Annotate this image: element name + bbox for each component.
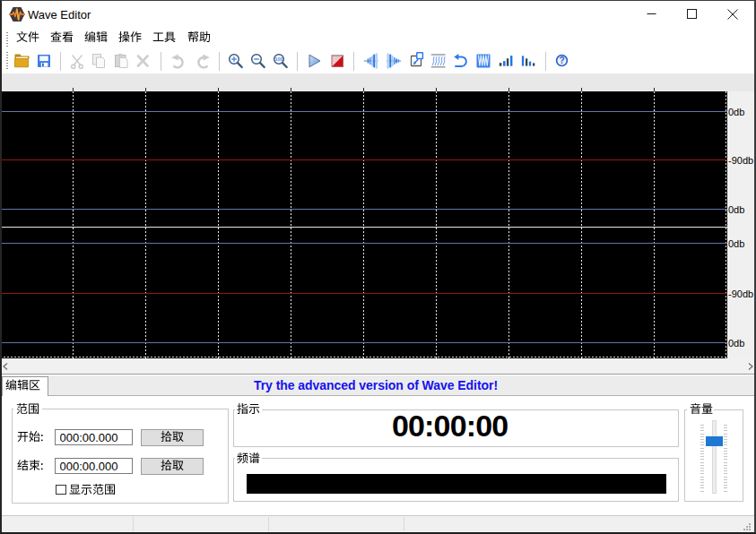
svg-text:?: ? bbox=[559, 56, 564, 65]
svg-text:100: 100 bbox=[274, 56, 282, 62]
